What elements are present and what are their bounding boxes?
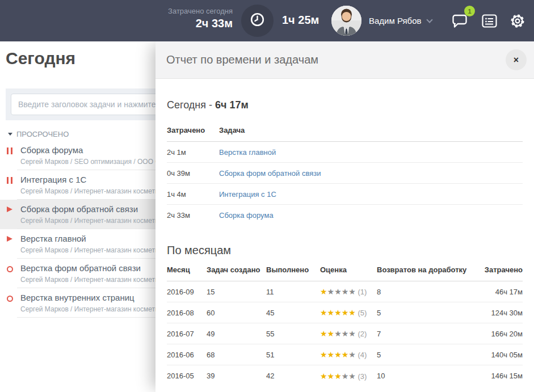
star-rating: ★★★★★ (1) — [320, 287, 377, 296]
star-icon: ★ — [327, 287, 335, 296]
today-row-time: 2ч 1м — [167, 148, 219, 157]
report-modal: Отчет по времени и задачам × Сегодня - 6… — [155, 41, 534, 392]
play-icon — [7, 236, 12, 242]
col-spent: Затрачено — [476, 265, 523, 274]
star-rating: ★★★★★ (3) — [320, 372, 377, 381]
star-icon: ★ — [327, 350, 335, 359]
play-icon — [7, 206, 12, 212]
today-table-row: 1ч 4м Интеграция с 1С — [167, 184, 523, 205]
today-row-time: 0ч 39м — [167, 169, 219, 178]
month-cell: 2016-08 — [167, 309, 207, 317]
report-list-icon — [482, 20, 497, 29]
pause-icon — [7, 177, 12, 184]
star-icon: ★ — [348, 350, 356, 359]
monthly-table-row: 2016-05 39 42 ★★★★★ (3) 10 146ч 15м — [167, 365, 523, 386]
created-cell: 39 — [207, 372, 266, 380]
chevron-down-icon — [426, 16, 432, 23]
star-icon: ★ — [342, 372, 349, 381]
returns-cell: 5 — [377, 351, 476, 359]
star-rating: ★★★★★ (5) — [320, 308, 377, 317]
rating-count: (3) — [356, 372, 367, 381]
star-icon: ★ — [334, 287, 342, 296]
star-icon: ★ — [334, 350, 342, 359]
star-icon: ★ — [320, 329, 327, 338]
clock-icon — [250, 12, 265, 29]
modal-header: Отчет по времени и задачам × — [155, 41, 534, 79]
done-cell: 11 — [266, 288, 320, 296]
spent-cell: 140ч 05м — [476, 351, 523, 359]
star-icon: ★ — [334, 372, 342, 381]
top-bar: Затрачено сегодня 2ч 33м 1ч 25м Вадим Ря… — [0, 0, 534, 41]
created-cell: 68 — [207, 351, 266, 359]
month-cell: 2016-09 — [167, 288, 207, 296]
pause-icon — [7, 147, 12, 154]
spent-cell: 146ч 15м — [476, 372, 523, 380]
user-name: Вадим Рябов — [369, 16, 422, 26]
created-cell: 49 — [207, 330, 266, 338]
today-row-task-link[interactable]: Верстка главной — [219, 148, 523, 157]
today-table-row: 2ч 33м Сборка форума — [167, 205, 523, 226]
done-cell: 42 — [266, 372, 320, 380]
monthly-table-row: 2016-06 68 51 ★★★★★ (4) 5 140ч 05м — [167, 344, 523, 365]
today-heading-prefix: Сегодня - — [167, 99, 215, 111]
rating-count: (2) — [356, 330, 367, 338]
star-icon: ★ — [327, 308, 335, 317]
today-row-task-link[interactable]: Сборка форума — [219, 211, 523, 220]
done-cell: 55 — [266, 330, 320, 338]
created-cell: 60 — [207, 309, 266, 317]
returns-cell: 7 — [377, 330, 476, 338]
today-row-task-link[interactable]: Интеграция с 1С — [219, 190, 523, 199]
today-heading: Сегодня - 6ч 17м — [167, 99, 523, 111]
star-icon: ★ — [320, 372, 327, 381]
section-overdue-label: ПРОСРОЧЕНО — [16, 130, 69, 138]
circle-icon — [7, 266, 13, 272]
star-rating: ★★★★★ (2) — [320, 329, 377, 338]
col-created: Задач создано — [207, 265, 266, 274]
spent-cell: 46ч 17м — [476, 288, 523, 296]
col-returns: Возвратов на доработку — [377, 265, 476, 274]
star-icon: ★ — [342, 329, 349, 338]
done-cell: 51 — [266, 351, 320, 359]
monthly-table-body: 2016-09 15 11 ★★★★★ (1) 8 46ч 17м 2016-0… — [167, 281, 523, 386]
returns-cell: 10 — [377, 372, 476, 380]
star-icon: ★ — [320, 350, 327, 359]
star-icon: ★ — [342, 350, 349, 359]
monthly-table: Месяц Задач создано Выполнено Оценка Воз… — [167, 257, 523, 386]
star-icon: ★ — [320, 287, 327, 296]
star-icon: ★ — [348, 308, 356, 317]
col-spent: Затрачено — [167, 126, 219, 134]
today-row-time: 2ч 33м — [167, 211, 219, 220]
month-cell: 2016-05 — [167, 372, 207, 380]
timer-value: 1ч 25м — [282, 14, 319, 27]
circle-icon — [7, 296, 13, 302]
spent-today: Затрачено сегодня 2ч 33м — [168, 7, 233, 30]
star-rating: ★★★★★ (4) — [320, 350, 377, 359]
today-table-row: 0ч 39м Сборка форм обратной связи — [167, 163, 523, 184]
spent-today-value: 2ч 33м — [168, 17, 233, 30]
avatar[interactable] — [331, 6, 361, 36]
monthly-table-row: 2016-08 60 45 ★★★★★ (5) 5 124ч 30м — [167, 302, 523, 323]
page-title: Сегодня — [6, 49, 75, 68]
col-month: Месяц — [167, 265, 207, 274]
spent-cell: 124ч 30м — [476, 309, 523, 317]
section-overdue[interactable]: ПРОСРОЧЕНО — [8, 130, 69, 138]
today-row-task-link[interactable]: Сборка форм обратной связи — [219, 169, 523, 178]
star-icon: ★ — [334, 308, 342, 317]
monthly-table-row: 2016-09 15 11 ★★★★★ (1) 8 46ч 17м — [167, 281, 523, 302]
spent-cell: 166ч 20м — [476, 330, 523, 338]
col-rating: Оценка — [320, 265, 377, 274]
modal-title: Отчет по времени и задачам — [166, 53, 318, 66]
close-button[interactable]: × — [506, 49, 527, 70]
settings-button[interactable] — [510, 13, 525, 31]
col-done: Выполнено — [266, 265, 320, 274]
today-table: Затрачено Задача 2ч 1м Верстка главной 0… — [167, 121, 523, 226]
timer-button[interactable] — [241, 5, 274, 37]
modal-body: Сегодня - 6ч 17м Затрачено Задача 2ч 1м … — [155, 99, 534, 386]
user-menu[interactable]: Вадим Рябов — [369, 16, 432, 26]
star-icon: ★ — [348, 372, 356, 381]
today-table-row: 2ч 1м Верстка главной — [167, 142, 523, 163]
star-icon: ★ — [348, 287, 356, 296]
rating-count: (4) — [356, 351, 367, 359]
reports-button[interactable] — [482, 14, 497, 30]
monthly-table-row: 2016-07 49 55 ★★★★★ (2) 7 166ч 20м — [167, 323, 523, 344]
